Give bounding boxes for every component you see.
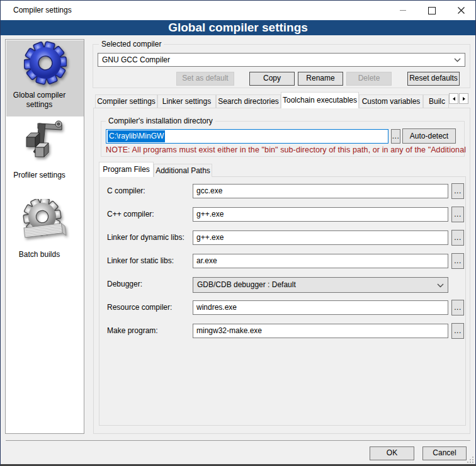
rename-button[interactable]: Rename <box>298 72 343 86</box>
browse-directory-button[interactable]: ... <box>391 129 400 144</box>
tab-scroll-left-button[interactable] <box>449 93 458 104</box>
note-text: NOTE: All programs must exist either in … <box>106 145 466 154</box>
sidebar-item-batch-builds[interactable]: Batch builds <box>1 250 78 259</box>
c-compiler-browse-button[interactable]: ... <box>451 183 464 199</box>
cpp-compiler-browse-button[interactable]: ... <box>451 207 464 222</box>
compiler-select-value: GNU GCC Compiler <box>102 55 170 64</box>
close-icon <box>458 7 465 14</box>
c-compiler-input[interactable]: gcc.exe <box>193 184 448 198</box>
cancel-button[interactable]: Cancel <box>422 446 467 460</box>
linker-static-browse-button[interactable]: ... <box>451 253 464 269</box>
chevron-down-icon <box>454 58 461 62</box>
global-compiler-settings-icon <box>24 41 67 85</box>
window-title: Compiler settings <box>13 6 72 14</box>
tab-toolchain-executables[interactable]: Toolchain executables <box>281 92 359 108</box>
linker-static-label: Linker for static libs: <box>107 256 174 265</box>
compiler-select[interactable]: GNU GCC Compiler <box>98 53 465 67</box>
make-program-label: Make program: <box>107 326 158 335</box>
sidebar-item-profiler-settings[interactable]: Profiler settings <box>1 171 78 180</box>
make-program-browse-button[interactable]: ... <box>451 323 464 339</box>
close-button[interactable] <box>446 1 475 20</box>
arrow-right-icon <box>463 97 465 101</box>
selected-text: C:\raylib\MinGW <box>108 130 165 142</box>
c-compiler-label: C compiler: <box>107 186 145 195</box>
tab-additional-paths[interactable]: Additional Paths <box>154 164 212 177</box>
copy-button[interactable]: Copy <box>249 72 295 86</box>
ellipsis-label: ... <box>392 134 400 139</box>
reset-defaults-button[interactable]: Reset defaults <box>407 72 460 86</box>
maximize-icon <box>428 7 436 14</box>
tab-compiler-settings[interactable]: Compiler settings <box>95 94 157 108</box>
linker-dynamic-browse-button[interactable]: ... <box>451 230 464 246</box>
minimize-button[interactable] <box>388 1 417 20</box>
resource-compiler-input[interactable]: windres.exe <box>193 300 448 315</box>
make-program-input[interactable]: mingw32-make.exe <box>193 324 448 338</box>
linker-dynamic-label: Linker for dynamic libs: <box>107 233 184 242</box>
tab-build-options[interactable]: Builc <box>423 94 449 108</box>
resize-grip[interactable] <box>467 457 473 463</box>
tab-linker-settings[interactable]: Linker settings <box>157 94 216 108</box>
auto-detect-button[interactable]: Auto-detect <box>402 128 456 144</box>
set-as-default-button[interactable]: Set as default <box>176 72 234 86</box>
installation-directory-group-label: Compiler's installation directory <box>106 116 215 125</box>
debugger-select-value: GDB/CDB debugger : Default <box>197 280 296 289</box>
batch-builds-icon <box>23 199 67 249</box>
dialog-header: Global compiler settings <box>1 20 475 35</box>
linker-dynamic-input[interactable]: g++.exe <box>193 230 448 245</box>
debugger-select[interactable]: GDB/CDB debugger : Default <box>193 277 448 293</box>
linker-static-input[interactable]: ar.exe <box>193 254 448 268</box>
ok-button[interactable]: OK <box>370 446 414 460</box>
delete-button[interactable]: Delete <box>346 72 392 86</box>
chevron-down-icon <box>437 283 444 288</box>
arrow-left-icon <box>453 97 455 101</box>
cpp-compiler-label: C++ compiler: <box>107 210 154 219</box>
footer-divider <box>6 440 470 441</box>
selected-compiler-group-label: Selected compiler <box>99 40 164 48</box>
sidebar-label-global[interactable]: Global compiler settings <box>1 91 78 110</box>
cpp-compiler-input[interactable]: g++.exe <box>193 207 448 222</box>
resource-compiler-label: Resource compiler: <box>107 303 172 312</box>
debugger-label: Debugger: <box>107 280 142 288</box>
maximize-button[interactable] <box>417 1 446 20</box>
title-bar: Compiler settings <box>1 1 475 20</box>
tab-program-files[interactable]: Program Files <box>99 162 154 177</box>
tab-custom-variables[interactable]: Custom variables <box>359 94 423 108</box>
tab-search-directories[interactable]: Search directories <box>216 94 281 108</box>
tab-scroll-right-button[interactable] <box>459 93 468 104</box>
profiler-settings-icon <box>23 118 67 165</box>
compiler-settings-dialog: Compiler settings Global compiler settin… <box>0 0 476 466</box>
minimize-icon <box>400 10 406 11</box>
installation-directory-input[interactable]: C:\raylib\MinGW <box>106 129 388 144</box>
resource-compiler-browse-button[interactable]: ... <box>451 300 464 315</box>
